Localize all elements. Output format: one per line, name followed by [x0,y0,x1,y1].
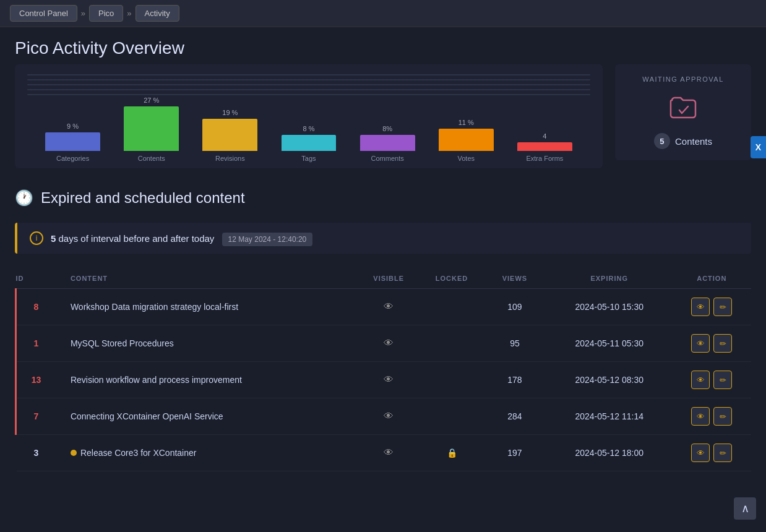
chart-line [27,94,590,95]
bar-group-votes: 11 % [427,119,506,151]
main-layout: 9 %27 %19 %8 %8%11 %4 CategoriesContents… [0,64,766,183]
view-button[interactable]: 👁 [691,298,710,316]
bar-label-4: Comments [348,155,427,162]
bar-pct-5: 11 % [458,119,474,126]
approval-count-row: 5 Contents [625,133,741,149]
clock-icon: 🕐 [15,189,33,207]
breadcrumb: Control Panel » Pico » Activity [0,0,766,27]
edit-button[interactable]: ✏ [713,334,732,353]
eye-icon: 👁 [384,411,394,421]
table-body: 8Workshop Data migration strategy local-… [16,289,752,471]
bar-group-extra-forms: 4 [506,132,584,151]
bar-pct-2: 19 % [222,109,238,116]
row-visible: 👁 [357,398,420,435]
row-content: MySQL Stored Procedures [63,325,357,362]
edit-button[interactable]: ✏ [713,371,732,389]
eye-icon: 👁 [384,338,394,348]
section-title: Expired and scheduled content [41,189,245,207]
approval-title: WAITING APPROVAL [625,75,741,83]
chart-line [27,84,590,85]
expired-content-table: ID CONTENT VISIBLE LOCKED VIEWS EXPIRING… [15,268,751,471]
edit-button[interactable]: ✏ [713,444,732,462]
row-visible: 👁 [357,325,420,362]
section-header: 🕐 Expired and scheduled content [15,183,751,213]
chart-line [27,74,590,75]
bar-label-1: Contents [112,155,191,162]
row-content: Workshop Data migration strategy local-f… [63,289,357,325]
bar-group-revisions: 19 % [191,109,269,151]
row-id: 7 [16,398,63,435]
row-action: 👁 ✏ [673,398,751,435]
row-expiring: 2024-05-12 11:14 [546,398,673,435]
approval-count-badge: 5 [654,133,670,149]
bar-group-categories: 9 % [33,122,112,151]
row-id: 13 [16,362,63,398]
row-action: 👁 ✏ [673,289,751,325]
row-visible: 👁 [357,435,420,471]
row-visible: 👁 [357,289,420,325]
bar-group-contents: 27 % [112,97,191,151]
x-close-button[interactable]: X [751,136,766,158]
bar-group-tags: 8 % [269,125,348,151]
edit-button[interactable]: ✏ [713,407,732,426]
bar-rect-0 [45,132,100,151]
bar-rect-6 [517,142,572,151]
bar-label-3: Tags [269,155,348,162]
days-description: days of interval before and after today [59,233,215,244]
table-header: ID CONTENT VISIBLE LOCKED VIEWS EXPIRING… [16,268,752,289]
activity-chart: 9 %27 %19 %8 %8%11 %4 CategoriesContents… [15,64,603,168]
row-locked: 🔒 [420,435,483,471]
table-row: 3Release Core3 for XContainer👁🔒1972024-0… [16,435,752,471]
row-expiring: 2024-05-10 15:30 [546,289,673,325]
row-action: 👁 ✏ [673,325,751,362]
folder-check-icon [625,93,741,128]
chart-line [27,89,590,90]
chart-lines [27,74,590,95]
row-views: 109 [483,289,546,325]
bar-labels-row: CategoriesContentsRevisionsTagsCommentsV… [27,151,590,162]
bar-rect-4 [360,135,415,151]
view-button[interactable]: 👁 [691,334,710,353]
eye-icon: 👁 [384,447,394,458]
approval-contents-label: Contents [675,136,712,147]
row-expiring: 2024-05-11 05:30 [546,325,673,362]
row-action: 👁 ✏ [673,362,751,398]
page-title: Pico Activity Overview [0,27,766,64]
bar-rect-3 [282,135,337,151]
row-locked [420,398,483,435]
bar-rect-1 [124,106,179,151]
table-row: 8Workshop Data migration strategy local-… [16,289,752,325]
date-badge: 12 May 2024 - 12:40:20 [222,233,313,246]
breadcrumb-pico[interactable]: Pico [89,5,123,22]
row-locked [420,362,483,398]
chart-line [27,79,590,80]
breadcrumb-activity[interactable]: Activity [136,5,179,22]
row-expiring: 2024-05-12 18:00 [546,435,673,471]
info-banner: i 5 days of interval before and after to… [15,223,751,254]
row-id: 3 [16,435,63,471]
bar-rect-5 [439,129,494,151]
edit-button[interactable]: ✏ [713,298,732,316]
row-action: 👁 ✏ [673,435,751,471]
row-views: 197 [483,435,546,471]
view-button[interactable]: 👁 [691,407,710,426]
breadcrumb-sep-2: » [127,9,131,18]
row-locked [420,325,483,362]
bar-rect-2 [202,119,257,151]
eye-icon: 👁 [384,301,394,312]
view-button[interactable]: 👁 [691,444,710,462]
scroll-top-button[interactable]: ∧ [734,497,756,520]
bars-row: 9 %27 %19 %8 %8%11 %4 [27,101,590,151]
pending-dot [71,450,77,456]
breadcrumb-control-panel[interactable]: Control Panel [10,5,77,22]
col-header-id: ID [16,268,63,289]
row-id: 8 [16,289,63,325]
col-header-content: CONTENT [63,268,357,289]
bar-group-comments: 8% [348,125,427,151]
bar-pct-6: 4 [543,132,546,140]
view-button[interactable]: 👁 [691,371,710,389]
col-header-expiring: EXPIRING [546,268,673,289]
expired-section: 🕐 Expired and scheduled content i 5 days… [0,183,766,471]
info-days-text: 5 days of interval before and after toda… [51,233,312,244]
bar-label-2: Revisions [191,155,269,162]
